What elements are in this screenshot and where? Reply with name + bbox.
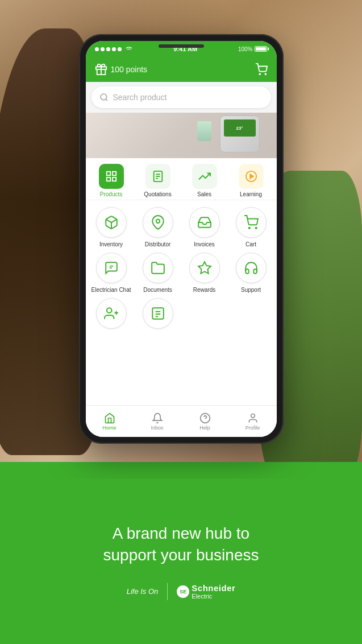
hero-device: 23°	[220, 115, 260, 152]
nav-profile[interactable]: Profile	[229, 406, 277, 437]
svg-point-31	[251, 414, 255, 418]
phone-device: 9:41 AM 100%	[79, 34, 284, 444]
grid-item-inventory[interactable]: Inventory	[90, 207, 132, 248]
folder-icon	[151, 261, 165, 275]
life-is-on-text: Life Is On	[127, 587, 159, 596]
nav-inbox-label: Inbox	[151, 425, 163, 431]
svg-point-2	[259, 73, 260, 75]
header-bar: 100 points	[86, 57, 277, 82]
grid-item-support[interactable]: Support	[230, 253, 272, 294]
nav-home-label: Home	[102, 425, 116, 431]
documents-label: Documents	[143, 287, 172, 294]
support-label: Support	[241, 287, 261, 294]
nav-home[interactable]: Home	[86, 406, 134, 437]
signal-dot-5	[118, 47, 122, 51]
svg-rect-25	[152, 308, 164, 319]
invoices-icon	[197, 215, 212, 230]
status-right: 100%	[238, 46, 268, 52]
svg-point-17	[156, 220, 160, 224]
rewards-icon	[197, 261, 212, 275]
cart-label: Cart	[246, 241, 256, 248]
nav-help[interactable]: Help	[181, 406, 229, 437]
svg-marker-15	[250, 174, 253, 178]
nav-icon-sales-circle	[192, 164, 217, 189]
search-placeholder: Search product	[113, 93, 167, 102]
nav-inbox[interactable]: Inbox	[134, 406, 181, 437]
rewards-icon-circle	[189, 253, 220, 283]
home-icon	[104, 412, 115, 424]
documents-icon-circle	[143, 253, 173, 283]
svg-rect-7	[112, 172, 115, 175]
bottom-text-section: A brand new hub to support your business…	[0, 479, 362, 644]
search-bar[interactable]: Search product	[91, 86, 271, 108]
nav-icon-learning-circle	[239, 164, 264, 189]
hero-device-screen: 23°	[224, 119, 256, 137]
trending-up-icon	[198, 170, 211, 183]
nav-label-products: Products	[100, 191, 122, 197]
schneider-text: Schneider	[192, 583, 235, 593]
svg-rect-9	[112, 177, 115, 181]
grid-item-add-person[interactable]	[90, 298, 132, 332]
svg-point-19	[255, 228, 256, 229]
grid-item-electrician-chat[interactable]: Electrician Chat	[90, 253, 132, 294]
inventory-icon-circle	[96, 207, 127, 238]
signal-dot-1	[95, 47, 99, 51]
grid-item-cart[interactable]: Cart	[230, 207, 272, 248]
phone-screen: 9:41 AM 100%	[86, 41, 277, 437]
wifi-icon	[125, 46, 133, 52]
electrician-chat-label: Electrician Chat	[91, 287, 131, 294]
points-label: 100 points	[111, 65, 148, 74]
status-bar: 9:41 AM 100%	[86, 41, 277, 57]
grid-item-enrollment[interactable]	[137, 298, 179, 332]
battery-fill	[256, 47, 266, 51]
help-icon	[199, 412, 211, 424]
rewards-label: Rewards	[193, 287, 215, 294]
signal-dots	[95, 46, 133, 52]
distributor-label: Distributor	[145, 241, 171, 248]
nav-item-products[interactable]: Products	[88, 164, 135, 197]
phone-shell: 9:41 AM 100%	[79, 34, 284, 444]
schneider-footer: Life Is On SE Schneider Electric	[127, 583, 236, 600]
invoices-label: Invoices	[194, 241, 215, 248]
support-icon-circle	[236, 253, 267, 283]
grid-item-documents[interactable]: Documents	[137, 253, 179, 294]
svg-point-4	[101, 94, 107, 100]
add-person-icon-circle	[96, 298, 127, 329]
svg-line-5	[106, 99, 107, 101]
hero-cup	[197, 121, 211, 141]
search-icon	[99, 93, 109, 102]
add-person-icon	[104, 306, 119, 321]
schneider-logo: Schneider Electric	[192, 583, 235, 600]
grid-icon	[105, 170, 118, 183]
tagline-line1: A brand new hub to	[113, 525, 249, 542]
nav-label-quotations: Quotations	[144, 191, 171, 197]
grid-item-rewards[interactable]: Rewards	[184, 253, 226, 294]
brand-tagline: A brand new hub to support your business	[103, 523, 259, 566]
nav-icon-products-circle	[99, 164, 124, 189]
signal-dot-2	[101, 47, 105, 51]
document-lines-icon	[152, 170, 164, 183]
top-nav-row: Products Quotations	[86, 158, 277, 200]
distributor-icon	[151, 215, 165, 230]
enrollment-icon-circle	[143, 298, 173, 329]
icon-grid: Inventory Distributor	[86, 200, 277, 339]
enrollment-icon	[151, 306, 165, 321]
battery-percent: 100%	[238, 46, 253, 52]
svg-rect-6	[106, 172, 110, 175]
cart-icon[interactable]	[255, 63, 268, 76]
svg-rect-8	[106, 177, 110, 181]
svg-point-3	[265, 73, 266, 75]
electrician-chat-icon-circle	[96, 253, 127, 283]
profile-icon	[247, 412, 259, 424]
grid-item-invoices[interactable]: Invoices	[184, 207, 226, 248]
header-left: 100 points	[95, 63, 148, 76]
app-grid-section: Products Quotations	[86, 158, 277, 405]
grid-item-distributor[interactable]: Distributor	[137, 207, 179, 248]
svg-point-18	[248, 228, 249, 229]
footer-divider	[167, 583, 168, 600]
nav-item-sales[interactable]: Sales	[181, 164, 228, 197]
nav-item-quotations[interactable]: Quotations	[135, 164, 181, 197]
cart-icon-circle	[236, 207, 267, 238]
nav-item-learning[interactable]: Learning	[228, 164, 274, 197]
inventory-icon	[104, 215, 119, 230]
